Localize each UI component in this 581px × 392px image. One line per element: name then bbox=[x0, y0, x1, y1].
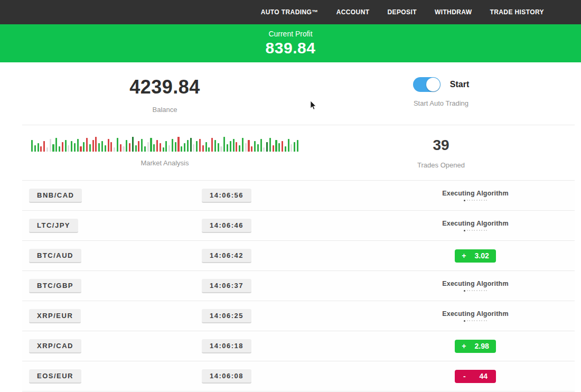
time-badge: 14:06:56 bbox=[202, 189, 251, 203]
progress-dots bbox=[376, 290, 575, 292]
table-row: XRP/EUR 14:06:25 Executing Algorithm bbox=[22, 301, 575, 331]
result-sign: + bbox=[462, 251, 466, 260]
market-analysis-block: Market Analysis bbox=[22, 135, 307, 180]
time-badge: 14:06:42 bbox=[202, 249, 251, 263]
result-badge-loss: -44 bbox=[455, 370, 496, 383]
pair-badge: XRP/CAD bbox=[29, 339, 81, 353]
time-badge: 14:06:08 bbox=[202, 369, 251, 384]
pair-badge: LTC/JPY bbox=[29, 219, 78, 233]
table-row: XRP/CAD 14:06:18 +2.98 bbox=[22, 331, 575, 361]
auto-trading-toggle[interactable] bbox=[413, 77, 441, 92]
trades-list: BNB/CAD 14:06:56 Executing Algorithm LTC… bbox=[22, 181, 575, 391]
balance-block: 4239.84 Balance bbox=[22, 73, 307, 125]
status-executing-label: Executing Algorithm bbox=[376, 220, 575, 227]
nav-item-deposit[interactable]: DEPOSIT bbox=[387, 8, 416, 16]
stats-row-market: Market Analysis 39 Trades Opened bbox=[22, 125, 575, 181]
nav-item-withdraw[interactable]: WITHDRAW bbox=[435, 8, 472, 16]
progress-dots bbox=[376, 230, 575, 231]
market-analysis-label: Market Analysis bbox=[22, 159, 307, 167]
result-sign: - bbox=[463, 372, 466, 380]
toggle-state-label: Start bbox=[450, 80, 469, 89]
pair-badge: BTC/AUD bbox=[29, 249, 81, 263]
profit-banner-value: 839.84 bbox=[0, 39, 581, 57]
nav-item-trade-history[interactable]: TRADE HISTORY bbox=[490, 8, 544, 16]
trades-opened-block: 39 Trades Opened bbox=[307, 135, 575, 180]
time-badge: 14:06:25 bbox=[202, 309, 251, 323]
pair-badge: EOS/EUR bbox=[29, 369, 81, 384]
result-value: 3.02 bbox=[474, 251, 489, 260]
stats-row-balance: 4239.84 Balance Start Start Auto Trading bbox=[22, 62, 575, 125]
result-sign: + bbox=[462, 342, 466, 350]
table-row: BNB/CAD 14:06:56 Executing Algorithm bbox=[22, 181, 575, 211]
time-badge: 14:06:37 bbox=[202, 279, 251, 293]
nav-item-account[interactable]: ACCOUNT bbox=[336, 8, 370, 16]
time-badge: 14:06:46 bbox=[202, 219, 251, 233]
profit-banner: Current Profit 839.84 bbox=[0, 24, 581, 62]
status-executing-label: Executing Algorithm bbox=[376, 280, 575, 287]
profit-banner-label: Current Profit bbox=[0, 30, 581, 38]
trades-opened-value: 39 bbox=[307, 137, 575, 154]
table-row: LTC/JPY 14:06:46 Executing Algorithm bbox=[22, 211, 575, 241]
table-row: EOS/EUR 14:06:08 -44 bbox=[22, 361, 575, 391]
top-navbar: AUTO TRADING™ ACCOUNT DEPOSIT WITHDRAW T… bbox=[0, 0, 581, 24]
time-badge: 14:06:18 bbox=[202, 339, 251, 353]
balance-value: 4239.84 bbox=[22, 76, 307, 98]
market-analysis-chart bbox=[22, 135, 307, 152]
progress-dots bbox=[376, 320, 575, 322]
status-executing-label: Executing Algorithm bbox=[376, 190, 575, 197]
pair-badge: BNB/CAD bbox=[29, 189, 82, 203]
trades-opened-label: Trades Opened bbox=[307, 161, 575, 169]
result-badge-profit: +3.02 bbox=[455, 249, 496, 263]
result-value: 44 bbox=[480, 372, 488, 380]
stats-section: 4239.84 Balance Start Start Auto Trading… bbox=[22, 62, 575, 181]
pair-badge: BTC/GBP bbox=[29, 279, 81, 293]
auto-trading-label: Start Auto Trading bbox=[307, 99, 575, 107]
progress-dots bbox=[376, 200, 575, 201]
result-badge-profit: +2.98 bbox=[455, 340, 496, 353]
balance-label: Balance bbox=[22, 106, 307, 114]
table-row: BTC/AUD 14:06:42 +3.02 bbox=[22, 241, 575, 271]
auto-trading-block: Start Start Auto Trading bbox=[307, 73, 575, 125]
status-executing-label: Executing Algorithm bbox=[376, 310, 575, 318]
nav-item-auto-trading[interactable]: AUTO TRADING™ bbox=[261, 8, 318, 16]
pair-badge: XRP/EUR bbox=[29, 309, 81, 323]
toggle-knob bbox=[426, 78, 440, 91]
result-value: 2.98 bbox=[474, 342, 489, 350]
table-row: BTC/GBP 14:06:37 Executing Algorithm bbox=[22, 271, 575, 301]
